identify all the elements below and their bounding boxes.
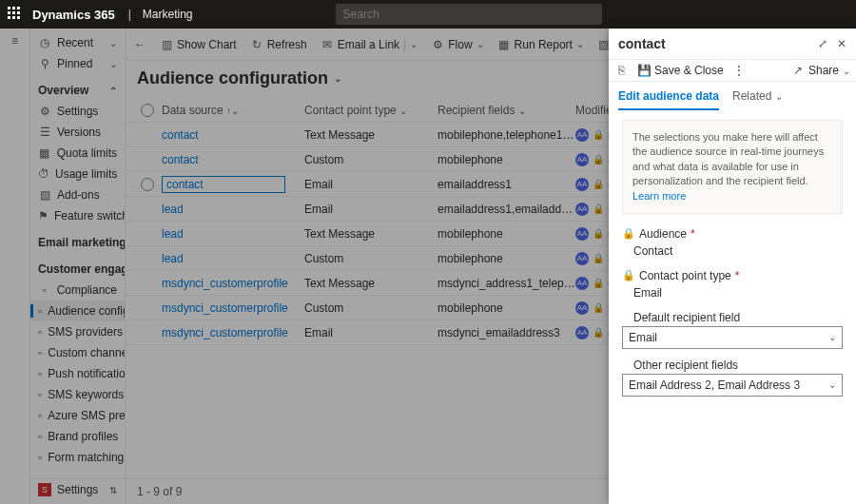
separator: |: [128, 8, 131, 21]
info-box: The selections you make here will affect…: [622, 120, 843, 214]
lock-icon: 🔒: [622, 227, 635, 240]
panel-title: contact: [618, 36, 666, 51]
save-close-button[interactable]: 💾Save & Close: [637, 64, 724, 77]
label: Save & Close: [654, 64, 724, 77]
app-launcher-icon[interactable]: [8, 7, 23, 22]
label: Contact point type: [639, 269, 731, 282]
panel-tabs: Edit audience data Related ⌄: [609, 82, 856, 110]
audience-value: Contact: [622, 242, 843, 260]
edit-panel: contact ⤢ ✕ ⎘ 💾Save & Close ⋮ ↗Share⌄ Ed…: [609, 29, 856, 504]
lock-icon: 🔒: [622, 269, 635, 281]
default-recipient-field-label: Default recipient field: [622, 311, 843, 324]
contact-point-type-value: Email: [622, 284, 843, 301]
tab-edit-audience-data[interactable]: Edit audience data: [618, 89, 719, 110]
popout-icon[interactable]: ⤢: [818, 37, 827, 50]
contact-point-type-label: 🔒Contact point type*: [622, 269, 843, 282]
share-icon: ↗: [791, 64, 805, 77]
other-recipient-fields-label: Other recipient fields: [622, 359, 843, 372]
new-icon[interactable]: ⎘: [614, 64, 628, 77]
default-recipient-field-select[interactable]: Email⌄: [622, 326, 843, 349]
chevron-down-icon: ⌄: [828, 332, 836, 342]
label: Related: [732, 89, 771, 103]
learn-more-link[interactable]: Learn more: [632, 190, 686, 202]
top-bar: Dynamics 365 | Marketing: [0, 0, 856, 29]
search-wrap: [336, 4, 602, 25]
chevron-down-icon: ⌄: [843, 66, 850, 76]
close-icon[interactable]: ✕: [837, 37, 846, 50]
chevron-down-icon: ⌄: [828, 379, 836, 390]
label: Share: [808, 64, 839, 77]
info-text: The selections you make here will affect…: [632, 131, 824, 186]
save-icon: 💾: [637, 64, 651, 77]
share-button[interactable]: ↗Share⌄: [791, 64, 850, 77]
area-name[interactable]: Marketing: [143, 8, 193, 21]
other-recipient-fields-select[interactable]: Email Address 2, Email Address 3⌄: [622, 374, 843, 397]
audience-label: 🔒Audience*: [622, 227, 843, 241]
brand-name: Dynamics 365: [32, 8, 115, 22]
overflow-icon[interactable]: ⋮: [733, 64, 745, 77]
label: Audience: [639, 227, 687, 241]
search-input[interactable]: [336, 4, 602, 25]
value: Email Address 2, Email Address 3: [629, 378, 800, 392]
tab-related[interactable]: Related ⌄: [732, 89, 783, 110]
panel-command-bar: ⎘ 💾Save & Close ⋮ ↗Share⌄: [609, 59, 856, 82]
chevron-down-icon: ⌄: [775, 91, 783, 102]
value: Email: [629, 331, 657, 344]
